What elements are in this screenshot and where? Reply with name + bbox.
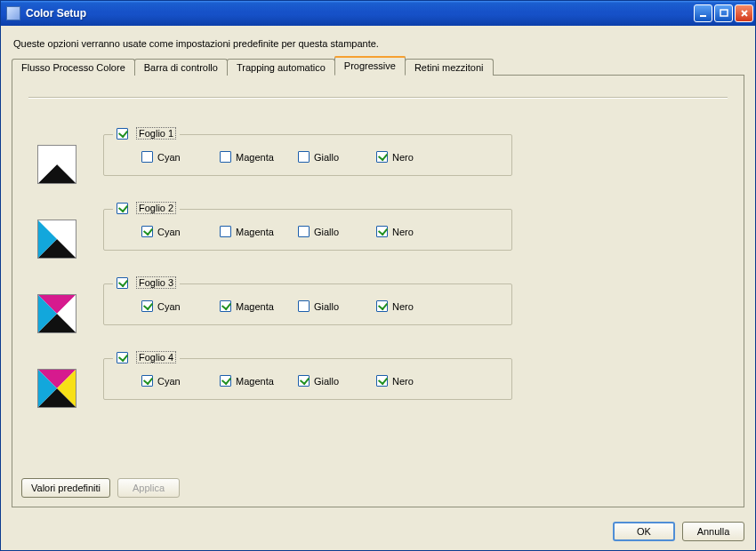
pane-separator [28,97,728,99]
sheet-preview-icon [37,369,76,408]
magenta-check-item: Magenta [220,300,298,312]
magenta-check-item: Magenta [220,226,298,237]
cyan-check-item: Cyan [141,151,220,163]
ink-check-row: CyanMagentaGialloNero [118,300,497,312]
yellow-label: Giallo [314,227,339,237]
tab-barra-di-controllo[interactable]: Barra di controllo [134,59,228,76]
svg-rect-0 [700,15,706,17]
tab-label: Flusso Processo Colore [21,62,125,73]
maximize-button[interactable] [714,4,733,22]
sheet-preview-icon [37,294,76,333]
black-checkbox[interactable] [376,226,388,237]
button-label: Applica [133,483,165,493]
cyan-checkbox[interactable] [141,375,153,387]
cyan-label: Cyan [157,301,181,312]
black-checkbox[interactable] [376,300,388,312]
groupbox-legend: Foglio 2 [113,202,180,214]
magenta-checkbox[interactable] [220,300,231,312]
magenta-check-item: Magenta [220,375,298,387]
pane-bottom-buttons: Valori predefiniti Applica [21,478,180,498]
sheet-enable-checkbox[interactable] [117,128,128,140]
yellow-check-item: Giallo [298,375,376,387]
yellow-label: Giallo [314,376,339,387]
magenta-label: Magenta [236,227,274,237]
black-check-item: Nero [376,375,454,387]
sheet-enable-checkbox[interactable] [117,277,128,289]
button-label: Annulla [697,526,730,537]
magenta-label: Magenta [236,301,274,312]
magenta-checkbox[interactable] [220,151,231,163]
sheet-row: Foglio 2CyanMagentaGialloNero [28,209,728,259]
tab-label: Trapping automatico [237,62,326,73]
yellow-checkbox[interactable] [298,300,310,312]
tab-retini-mezzitoni[interactable]: Retini mezzitoni [405,59,494,76]
yellow-check-item: Giallo [298,300,376,312]
cyan-checkbox[interactable] [141,151,153,163]
titlebar: Color Setup [1,1,755,26]
tab-label: Retini mezzitoni [414,62,484,73]
magenta-checkbox[interactable] [220,226,231,237]
black-label: Nero [392,376,414,387]
tab-flusso-processo-colore[interactable]: Flusso Processo Colore [12,59,135,76]
yellow-checkbox[interactable] [298,226,310,237]
cyan-check-item: Cyan [141,226,220,237]
sheet-row: Foglio 3CyanMagentaGialloNero [28,283,728,333]
ink-check-row: CyanMagentaGialloNero [118,375,497,387]
window-buttons [694,4,753,22]
cyan-check-item: Cyan [141,300,220,312]
sheet-groupbox: Foglio 3CyanMagentaGialloNero [103,283,512,325]
magenta-label: Magenta [236,152,274,163]
cyan-check-item: Cyan [141,375,220,387]
magenta-check-item: Magenta [220,151,298,163]
magenta-checkbox[interactable] [220,375,231,387]
sheet-groupbox: Foglio 1CyanMagentaGialloNero [103,134,512,176]
tab-progressive[interactable]: Progressive [334,56,406,76]
cyan-label: Cyan [157,376,181,387]
tab-label: Barra di controllo [144,62,218,73]
black-check-item: Nero [376,300,454,312]
yellow-checkbox[interactable] [298,375,310,387]
black-checkbox[interactable] [376,151,388,163]
ink-check-row: CyanMagentaGialloNero [118,226,497,237]
ok-button[interactable]: OK [613,522,675,541]
defaults-button[interactable]: Valori predefiniti [21,478,110,498]
sheet-groupbox: Foglio 4CyanMagentaGialloNero [103,358,512,400]
sheet-legend-label: Foglio 3 [136,276,176,289]
cancel-button[interactable]: Annulla [682,522,744,541]
magenta-label: Magenta [236,376,274,387]
cyan-label: Cyan [157,152,181,163]
black-checkbox[interactable] [376,375,388,387]
close-button[interactable] [735,4,753,22]
minimize-button[interactable] [694,4,712,22]
sheet-preview-icon [37,145,76,184]
sheet-enable-checkbox[interactable] [117,352,128,363]
tab-label: Progressive [344,60,396,71]
black-label: Nero [392,152,414,163]
yellow-check-item: Giallo [298,226,376,237]
sheet-enable-checkbox[interactable] [117,203,128,214]
cyan-checkbox[interactable] [141,300,153,312]
button-label: OK [637,526,651,537]
yellow-label: Giallo [314,152,339,163]
sheet-row: Foglio 1CyanMagentaGialloNero [28,134,728,184]
ink-check-row: CyanMagentaGialloNero [118,151,497,163]
tab-pane-progressive: Foglio 1CyanMagentaGialloNero Foglio 2Cy… [12,75,744,507]
apply-button[interactable]: Applica [117,478,180,498]
window: Color Setup Queste opzioni verranno usat… [0,0,756,551]
tab-trapping-automatico[interactable]: Trapping automatico [227,59,335,76]
groupbox-legend: Foglio 1 [113,127,180,140]
sheet-preview-icon [37,220,76,259]
sheet-legend-label: Foglio 2 [136,202,176,214]
client-area: Queste opzioni verranno usate come impos… [1,26,755,515]
black-label: Nero [392,301,414,312]
app-icon [6,6,20,20]
black-check-item: Nero [376,151,454,163]
yellow-checkbox[interactable] [298,151,310,163]
cyan-checkbox[interactable] [141,226,153,237]
sheet-legend-label: Foglio 4 [136,351,176,363]
groupbox-legend: Foglio 4 [113,351,180,363]
dialog-footer: OK Annulla [1,515,755,550]
groupbox-legend: Foglio 3 [113,276,180,289]
yellow-label: Giallo [314,301,339,312]
sheet-groupbox: Foglio 2CyanMagentaGialloNero [103,209,512,251]
